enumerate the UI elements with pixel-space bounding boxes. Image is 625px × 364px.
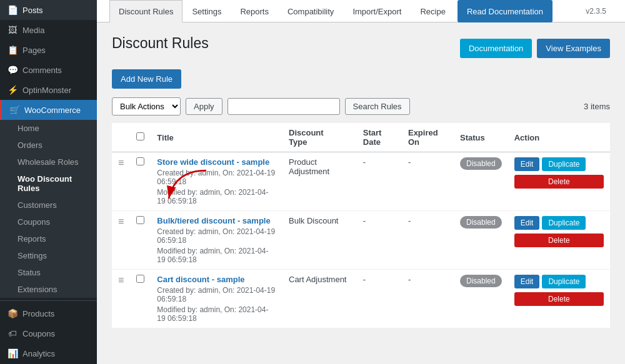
start-date-cell-2: -	[357, 270, 402, 328]
sidebar-item-media[interactable]: 🖼 Media	[0, 20, 97, 40]
row-checkbox-1[interactable]	[136, 216, 144, 224]
sidebar-item-customers[interactable]: Customers	[0, 197, 97, 214]
select-all-checkbox[interactable]	[136, 132, 144, 140]
tab-recipe[interactable]: Recipe	[411, 0, 454, 22]
sidebar-label-comments: Comments	[22, 66, 62, 75]
discount-type-cell-2: Cart Adjustment	[282, 270, 357, 328]
sidebar-label-products: Products	[22, 309, 54, 318]
delete-button-1[interactable]: Delete	[514, 234, 604, 247]
page-title: Discount Rules	[112, 35, 209, 52]
drag-handle-icon[interactable]: ≡	[118, 216, 124, 227]
duplicate-button-2[interactable]: Duplicate	[542, 275, 586, 288]
drag-handle-icon[interactable]: ≡	[118, 157, 124, 168]
title-cell-0: Store wide discount - sample Created by:…	[151, 152, 282, 211]
sidebar-item-coupons-sub[interactable]: Coupons	[0, 214, 97, 230]
status-toggle-2[interactable]: Disabled	[460, 275, 502, 287]
start-date-cell-0: -	[357, 152, 402, 211]
rule-created-2: Created by: admin, On: 2021-04-19 06:59:…	[157, 286, 276, 303]
sidebar-item-products[interactable]: 📦 Products	[0, 303, 97, 323]
delete-button-0[interactable]: Delete	[514, 175, 604, 189]
edit-button-0[interactable]: Edit	[514, 157, 540, 171]
view-examples-button[interactable]: View Examples	[537, 39, 610, 58]
sidebar-item-wholesale-roles[interactable]: Wholesale Roles	[0, 154, 97, 170]
sidebar-item-woocommerce[interactable]: 🛒 WooCommerce	[0, 100, 97, 120]
documentation-button[interactable]: Documentation	[460, 39, 532, 58]
woocommerce-submenu: Home Orders Wholesale Roles Woo Discount…	[0, 120, 97, 298]
tab-read-documentation[interactable]: Read Documentation	[458, 0, 552, 22]
discount-type-cell-0: Product Adjustment	[282, 152, 357, 211]
sidebar-label-discount-rules: Woo Discount Rules	[18, 174, 89, 193]
rule-title-link-1[interactable]: Bulk/tiered discount - sample	[157, 216, 270, 225]
checkbox-cell	[130, 270, 151, 328]
bulk-actions-select[interactable]: Bulk Actions	[112, 97, 181, 116]
edit-button-1[interactable]: Edit	[514, 216, 540, 230]
tabs-bar: Discount Rules Settings Reports Compatib…	[97, 0, 625, 22]
add-new-rule-button[interactable]: Add New Rule	[112, 69, 181, 89]
sidebar-item-pages[interactable]: 📋 Pages	[0, 40, 97, 60]
sidebar-label-pages: Pages	[22, 46, 46, 55]
sidebar-item-reports-sub[interactable]: Reports	[0, 230, 97, 247]
apply-button[interactable]: Apply	[186, 98, 222, 115]
drag-handle-icon[interactable]: ≡	[118, 275, 124, 285]
expired-on-cell-2: -	[402, 270, 454, 328]
search-rules-button[interactable]: Search Rules	[345, 98, 410, 115]
sidebar-item-orders[interactable]: Orders	[0, 137, 97, 154]
row-checkbox-0[interactable]	[136, 157, 144, 165]
content-area: Discount Rules Documentation View Exampl…	[97, 22, 625, 341]
sidebar-label-woocommerce: WooCommerce	[24, 106, 81, 115]
delete-button-2[interactable]: Delete	[514, 292, 604, 306]
th-expired-on: Expired On	[402, 123, 454, 152]
sidebar: 📄 Posts 🖼 Media 📋 Pages 💬 Comments ⚡ Opt…	[0, 0, 97, 364]
sidebar-label-media: Media	[22, 26, 44, 35]
status-toggle-1[interactable]: Disabled	[460, 216, 502, 229]
rule-title-link-2[interactable]: Cart discount - sample	[157, 275, 244, 284]
search-input[interactable]	[228, 98, 340, 115]
sidebar-label-optinmonster: OptinMonster	[22, 86, 71, 95]
table-row: ≡ Bulk/tiered discount - sample Created …	[112, 211, 610, 270]
main-content: Discount Rules Settings Reports Compatib…	[97, 0, 625, 364]
table-row: ≡ Store wide discount - sample Created b…	[112, 152, 610, 211]
action-cell-1: Edit Duplicate Delete	[508, 211, 610, 270]
sidebar-item-optinmonster[interactable]: ⚡ OptinMonster	[0, 80, 97, 100]
action-buttons-2: Edit Duplicate Delete	[514, 275, 604, 306]
tab-discount-rules[interactable]: Discount Rules	[109, 0, 182, 22]
sidebar-item-status[interactable]: Status	[0, 264, 97, 281]
sidebar-item-analytics[interactable]: 📊 Analytics	[0, 343, 97, 363]
tab-settings[interactable]: Settings	[182, 0, 231, 22]
analytics-icon: 📊	[8, 348, 18, 358]
discount-type-cell-1: Bulk Discount	[282, 211, 357, 270]
tab-import-export[interactable]: Import/Export	[343, 0, 411, 22]
sidebar-item-comments[interactable]: 💬 Comments	[0, 60, 97, 80]
duplicate-button-0[interactable]: Duplicate	[542, 157, 586, 171]
products-icon: 📦	[8, 308, 18, 318]
title-cell-2: Cart discount - sample Created by: admin…	[151, 270, 282, 328]
th-discount-type: DiscountType	[282, 123, 357, 152]
checkbox-cell	[130, 152, 151, 211]
th-drag	[112, 123, 130, 152]
pages-icon: 📋	[8, 45, 18, 55]
action-buttons-1: Edit Duplicate Delete	[514, 216, 604, 247]
sidebar-item-posts[interactable]: 📄 Posts	[0, 0, 97, 20]
tab-compatibility[interactable]: Compatibility	[278, 0, 343, 22]
rule-title-link-0[interactable]: Store wide discount - sample	[157, 157, 269, 167]
sidebar-label-customers: Customers	[18, 200, 57, 210]
rule-modified-0: Modified by: admin, On: 2021-04-19 06:59…	[157, 188, 276, 205]
row-checkbox-2[interactable]	[136, 275, 144, 283]
sidebar-item-coupons[interactable]: 🏷 Coupons	[0, 323, 97, 343]
edit-button-2[interactable]: Edit	[514, 275, 540, 288]
table-row: ≡ Cart discount - sample Created by: adm…	[112, 270, 610, 328]
duplicate-button-1[interactable]: Duplicate	[542, 216, 586, 230]
tab-reports[interactable]: Reports	[231, 0, 278, 22]
sidebar-item-extensions[interactable]: Extensions	[0, 281, 97, 298]
th-checkbox	[130, 123, 151, 152]
sidebar-item-settings-sub[interactable]: Settings	[0, 247, 97, 264]
action-cell-0: Edit Duplicate Delete	[508, 152, 610, 211]
sidebar-item-woo-discount-rules[interactable]: Woo Discount Rules	[0, 170, 97, 197]
status-cell-0: Disabled	[454, 152, 508, 211]
sidebar-item-home[interactable]: Home	[0, 120, 97, 137]
status-cell-2: Disabled	[454, 270, 508, 328]
status-toggle-0[interactable]: Disabled	[460, 157, 502, 170]
woocommerce-icon: 🛒	[9, 105, 19, 115]
coupons-icon: 🏷	[8, 328, 18, 338]
toolbar: Bulk Actions Apply Search Rules 3 items	[112, 97, 610, 116]
